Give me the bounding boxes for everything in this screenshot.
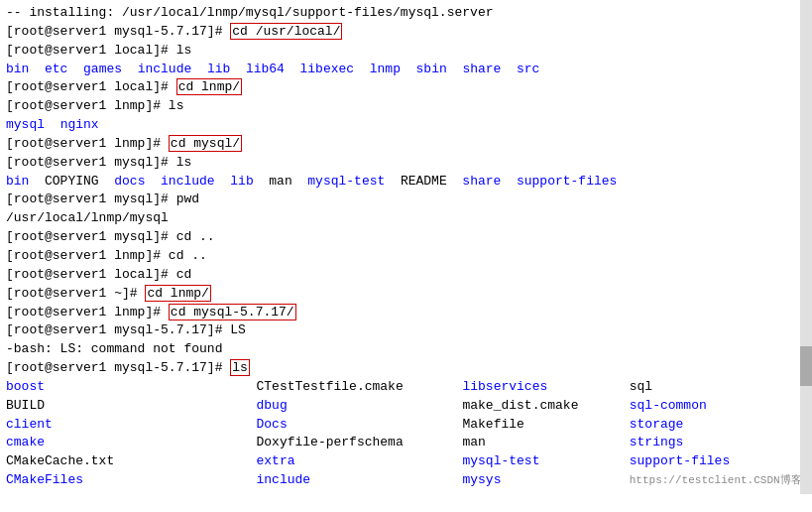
terminal-line-7: mysql nginx — [6, 116, 806, 135]
terminal-line-17: [root@server1 lnmp]# cd mysql-5.7.17/ — [6, 304, 806, 322]
terminal-line-5: [root@server1 local]# cd lnmp/ — [6, 78, 806, 97]
terminal-line-12: /usr/local/lnmp/mysql — [6, 209, 806, 228]
ls-col2: CTestTestfile.cmake dbug Docs Doxyfile-p… — [257, 378, 463, 490]
terminal-line-19: -bash: LS: command not found — [6, 340, 806, 359]
cmd-highlight-3: cd mysql/ — [169, 135, 242, 152]
terminal-line-6: [root@server1 lnmp]# ls — [6, 97, 806, 116]
terminal-line-2: [root@server1 mysql-5.7.17]# cd /usr/loc… — [6, 23, 806, 42]
terminal-line-10: bin COPYING docs include lib man mysql-t… — [6, 173, 806, 192]
terminal-line-8: [root@server1 lnmp]# cd mysql/ — [6, 135, 806, 154]
terminal-line-4: bin etc games include lib lib64 libexec … — [6, 61, 806, 79]
scrollbar-thumb[interactable] — [800, 346, 812, 386]
terminal-line-18: [root@server1 mysql-5.7.17]# LS — [6, 321, 806, 340]
cmd-highlight-2: cd lnmp/ — [176, 78, 242, 95]
terminal-line-14: [root@server1 lnmp]# cd .. — [6, 247, 806, 266]
ls-col3: libservices make_dist.cmake Makefile man… — [462, 378, 629, 490]
terminal-line-11: [root@server1 mysql]# pwd — [6, 191, 806, 209]
terminal-line-15: [root@server1 local]# cd — [6, 266, 806, 285]
ls-cols-output: boost BUILD client cmake CMakeCache.txt … — [6, 378, 806, 490]
terminal-line-1: -- installing: /usr/local/lnmp/mysql/sup… — [6, 4, 806, 23]
cmd-highlight-4: cd lnmp/ — [145, 285, 210, 302]
cmd-highlight-1: cd /usr/local/ — [230, 23, 342, 40]
terminal-line-9: [root@server1 mysql]# ls — [6, 154, 806, 173]
scrollbar[interactable] — [800, 0, 812, 494]
cmd-highlight-5: cd mysql-5.7.17/ — [169, 304, 296, 320]
ls-col4: sql sql-common storage strings support-f… — [630, 378, 806, 490]
terminal-line-3: [root@server1 local]# ls — [6, 42, 806, 61]
terminal-window: -- installing: /usr/local/lnmp/mysql/sup… — [0, 0, 812, 494]
ls-col1: boost BUILD client cmake CMakeCache.txt … — [6, 378, 257, 490]
terminal-line-16: [root@server1 ~]# cd lnmp/ — [6, 285, 806, 304]
terminal-line-20: [root@server1 mysql-5.7.17]# ls — [6, 359, 806, 378]
cmd-highlight-6: ls — [230, 359, 250, 376]
terminal-line-13: [root@server1 mysql]# cd .. — [6, 228, 806, 247]
